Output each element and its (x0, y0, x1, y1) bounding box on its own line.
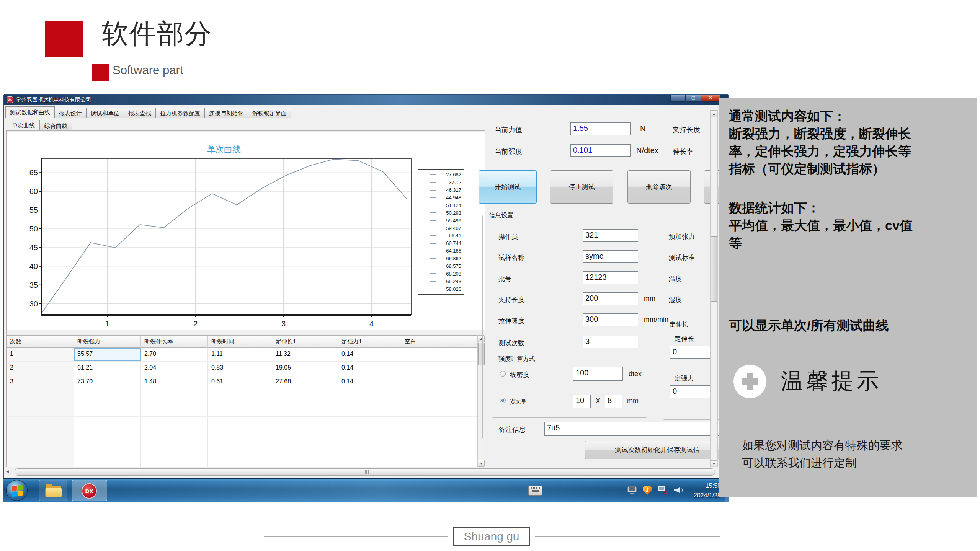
column-header-空白[interactable]: 空白 (401, 336, 477, 348)
table-row[interactable] (7, 417, 477, 430)
start-test-button[interactable]: 开始测试 (479, 170, 537, 204)
tab-连接与初始化[interactable]: 连接与初始化 (204, 108, 248, 118)
settings-scrollbar[interactable]: ▲ ▼ (710, 110, 718, 468)
table-cell[interactable] (272, 417, 338, 430)
table-cell[interactable]: 2.04 (141, 362, 208, 375)
settings-scroll-up-icon[interactable]: ▲ (710, 110, 717, 117)
table-cell[interactable] (7, 417, 74, 430)
table-cell[interactable] (338, 403, 401, 416)
close-button[interactable]: ✕ (701, 95, 720, 102)
tab-调试和单位[interactable]: 调试和单位 (86, 108, 124, 118)
column-header-定强力1[interactable]: 定强力1 (338, 336, 401, 348)
table-cell[interactable]: 1.48 (141, 375, 208, 389)
column-header-断裂伸长率[interactable]: 断裂伸长率 (141, 336, 208, 348)
security-shield-icon[interactable] (642, 485, 652, 495)
horizontal-scrollbar[interactable]: ◀ (5, 467, 729, 477)
curve-tab-单次曲线[interactable]: 单次曲线 (7, 120, 40, 130)
linear-density-radio[interactable] (500, 371, 506, 377)
table-row[interactable] (7, 389, 477, 403)
table-cell[interactable] (338, 444, 401, 458)
table-cell[interactable] (272, 430, 338, 444)
table-cell[interactable]: 0.61 (208, 375, 272, 389)
linear-density-input[interactable]: 100 (573, 367, 623, 381)
table-cell[interactable]: 1 (7, 348, 74, 361)
results-table[interactable]: 次数断裂强力断裂伸长率断裂时间定伸长1定强力1空白 155.572.701.11… (7, 335, 477, 467)
table-cell[interactable]: 11.32 (272, 348, 338, 361)
column-header-断裂强力[interactable]: 断裂强力 (74, 336, 141, 348)
table-cell[interactable] (141, 417, 208, 430)
table-cell[interactable]: 0.14 (338, 362, 401, 375)
column-header-断裂时间[interactable]: 断裂时间 (208, 336, 272, 348)
taskbar-clock[interactable]: 15:58 2024/1/25 (694, 481, 721, 500)
remark-input[interactable]: 7u5 (544, 422, 727, 436)
table-cell[interactable] (401, 389, 477, 403)
table-cell[interactable] (7, 444, 74, 458)
keyboard-input-icon[interactable] (528, 486, 542, 496)
table-cell[interactable]: 2.70 (141, 348, 208, 361)
table-cell[interactable] (208, 389, 272, 403)
table-cell[interactable]: 55.57 (74, 348, 141, 361)
table-cell[interactable] (272, 389, 338, 403)
settings-scroll-down-icon[interactable]: ▼ (710, 460, 717, 467)
table-cell[interactable] (401, 362, 477, 375)
table-cell[interactable] (401, 403, 477, 416)
volume-icon[interactable] (673, 485, 683, 495)
table-cell[interactable] (208, 444, 272, 458)
table-cell[interactable] (401, 417, 477, 430)
stop-test-button[interactable]: 停止测试 (550, 170, 613, 204)
table-cell[interactable] (7, 389, 74, 403)
tab-报表设计[interactable]: 报表设计 (54, 108, 87, 118)
fixed-force-input[interactable]: 0 (670, 385, 713, 398)
table-cell[interactable] (338, 430, 401, 444)
table-cell[interactable] (7, 430, 74, 444)
explorer-taskbar-button[interactable] (39, 480, 67, 501)
current-force-value[interactable]: 1.55 (570, 122, 631, 135)
horizontal-scrollbar-thumb[interactable] (15, 468, 715, 476)
table-cell[interactable]: 19.05 (272, 362, 338, 375)
table-cell[interactable] (74, 444, 141, 458)
table-row[interactable]: 155.572.701.1111.320.14 (7, 348, 477, 362)
start-button[interactable] (6, 480, 28, 501)
table-cell[interactable] (338, 417, 401, 430)
batch-input[interactable]: 12123 (583, 271, 638, 284)
table-cell[interactable] (74, 403, 141, 416)
table-cell[interactable]: 73.70 (74, 375, 141, 389)
init-save-button[interactable]: 测试次数初始化并保存测试信 (585, 441, 729, 459)
table-cell[interactable]: 0.14 (338, 348, 401, 361)
thickness-input[interactable]: 8 (605, 395, 622, 408)
minimize-button[interactable]: — (670, 95, 686, 102)
column-header-定伸长1[interactable]: 定伸长1 (272, 336, 338, 348)
table-cell[interactable]: 27.68 (272, 375, 338, 389)
table-cell[interactable] (272, 444, 338, 458)
table-cell[interactable] (401, 375, 477, 389)
clamp-length-input[interactable]: 200 (583, 292, 638, 305)
dx-app-taskbar-button[interactable]: DX (72, 480, 107, 501)
table-cell[interactable]: 3 (7, 375, 74, 389)
table-cell[interactable] (141, 403, 208, 416)
tab-报表查找[interactable]: 报表查找 (124, 108, 156, 118)
fixed-elongation-input[interactable]: 0 (670, 346, 713, 359)
table-cell[interactable] (74, 389, 141, 403)
network-status-icon[interactable]: ✕ (658, 485, 668, 495)
table-cell[interactable] (141, 430, 208, 444)
table-cell[interactable] (208, 403, 272, 416)
table-cell[interactable]: 61.21 (74, 362, 141, 375)
operator-input[interactable]: 321 (583, 229, 638, 242)
tab-解锁锁定界面[interactable]: 解锁锁定界面 (248, 108, 291, 118)
settings-scrollbar-thumb[interactable] (711, 236, 717, 302)
test-count-input[interactable]: 3 (583, 336, 638, 348)
table-row[interactable] (7, 403, 477, 417)
table-cell[interactable] (141, 444, 208, 458)
table-row[interactable] (7, 430, 477, 444)
table-cell[interactable]: 0.83 (208, 362, 272, 375)
table-cell[interactable] (338, 389, 401, 403)
table-cell[interactable]: 1.11 (208, 348, 272, 361)
table-cell[interactable] (208, 430, 272, 444)
speed-input[interactable]: 300 (583, 313, 638, 326)
width-thickness-radio[interactable] (500, 398, 506, 403)
table-cell[interactable] (272, 403, 338, 416)
table-cell[interactable]: 2 (7, 362, 74, 375)
scroll-left-icon[interactable]: ◀ (6, 469, 9, 473)
table-cell[interactable] (74, 430, 141, 444)
width-input[interactable]: 10 (573, 395, 591, 408)
